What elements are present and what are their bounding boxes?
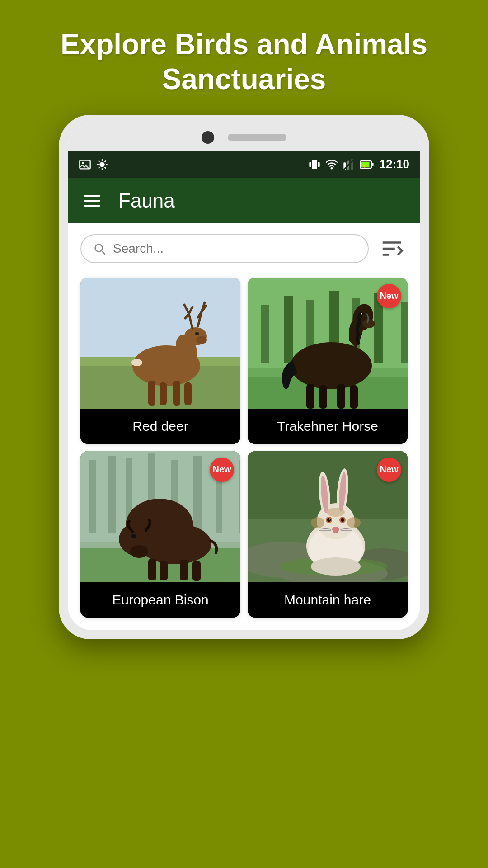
battery-icon: ⚡ — [360, 158, 375, 171]
svg-rect-49 — [401, 302, 408, 363]
app-bar: Fauna — [68, 178, 420, 223]
speaker-bar — [228, 134, 286, 141]
search-icon — [92, 241, 107, 256]
animal-image-red-deer — [80, 278, 240, 409]
svg-rect-79 — [180, 560, 188, 580]
animal-card-mountain-hare[interactable]: New — [248, 451, 408, 618]
svg-point-100 — [332, 527, 339, 532]
status-left-icons — [79, 158, 108, 171]
svg-line-8 — [105, 167, 106, 168]
phone-screen: ⚡ 12:10 Fauna — [68, 124, 420, 630]
svg-point-2 — [99, 162, 105, 167]
hamburger-menu-button[interactable] — [84, 195, 100, 207]
wifi-icon — [325, 158, 338, 171]
svg-rect-44 — [284, 296, 293, 363]
new-badge-trakehner: New — [377, 284, 401, 308]
new-badge-hare: New — [377, 458, 401, 482]
svg-rect-11 — [312, 160, 317, 169]
svg-point-55 — [361, 313, 362, 314]
svg-point-107 — [311, 557, 361, 576]
animal-card-red-deer[interactable]: Red deer — [80, 278, 240, 444]
svg-point-98 — [329, 518, 330, 519]
svg-point-16 — [330, 167, 333, 169]
svg-rect-23 — [371, 163, 374, 166]
animal-card-trakehner-horse[interactable]: New — [248, 278, 408, 444]
svg-line-9 — [105, 160, 106, 162]
animal-name-hare: Mountain hare — [248, 582, 408, 618]
sort-icon — [380, 236, 404, 261]
svg-rect-57 — [319, 385, 327, 409]
new-badge-bison: New — [210, 458, 234, 482]
search-input[interactable] — [113, 241, 357, 256]
vibrate-icon — [308, 158, 321, 171]
animal-name-trakehner: Trakehner Horse — [248, 409, 408, 444]
image-icon — [79, 158, 91, 171]
svg-point-108 — [311, 517, 324, 528]
svg-point-75 — [130, 545, 148, 558]
svg-rect-37 — [160, 382, 167, 405]
svg-rect-77 — [148, 559, 156, 580]
svg-text:⚡: ⚡ — [362, 163, 367, 168]
time-display: 12:10 — [380, 157, 410, 171]
svg-rect-36 — [148, 381, 155, 406]
svg-point-51 — [291, 342, 372, 389]
svg-rect-56 — [306, 384, 314, 409]
status-bar: ⚡ 12:10 — [68, 151, 420, 178]
svg-rect-80 — [192, 561, 201, 581]
brightness-icon — [96, 158, 108, 171]
svg-point-110 — [327, 508, 345, 517]
animal-name-red-deer: Red deer — [80, 409, 240, 444]
app-title: Fauna — [118, 189, 175, 212]
animal-name-bison: European Bison — [80, 582, 240, 618]
svg-line-10 — [99, 167, 100, 168]
search-container — [68, 223, 420, 274]
svg-rect-39 — [184, 382, 192, 405]
svg-rect-43 — [261, 305, 269, 363]
svg-rect-0 — [80, 160, 90, 169]
svg-point-76 — [131, 534, 136, 538]
signal-off-icon — [343, 158, 355, 171]
search-input-wrapper[interactable] — [80, 234, 369, 263]
svg-point-54 — [358, 312, 363, 317]
svg-rect-78 — [160, 561, 168, 580]
svg-line-7 — [99, 160, 100, 162]
phone-frame: ⚡ 12:10 Fauna — [59, 115, 429, 639]
svg-point-1 — [82, 162, 84, 164]
camera-dot — [202, 131, 214, 144]
svg-point-40 — [131, 359, 142, 366]
animals-grid: Red deer New — [68, 274, 420, 630]
page-title: Explore Birds and Animals Sanctuaries — [0, 27, 488, 97]
sort-button[interactable] — [376, 235, 408, 262]
svg-point-35 — [195, 332, 199, 335]
animal-card-european-bison[interactable]: New — [80, 451, 240, 618]
svg-point-99 — [343, 518, 344, 519]
svg-rect-59 — [350, 385, 358, 409]
svg-point-34 — [196, 336, 207, 344]
svg-rect-38 — [173, 381, 180, 406]
svg-point-109 — [347, 517, 361, 528]
status-right-icons: ⚡ 12:10 — [308, 157, 410, 171]
phone-top-bar — [68, 124, 420, 151]
svg-rect-58 — [337, 384, 345, 409]
svg-point-53 — [362, 319, 375, 328]
